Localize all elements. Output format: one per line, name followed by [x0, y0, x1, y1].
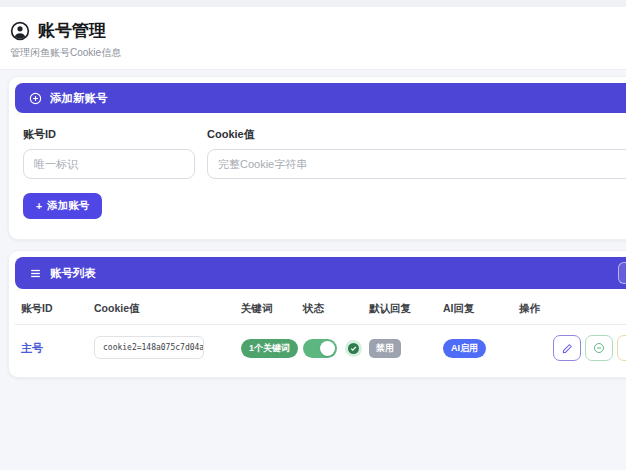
window-top-strip: [0, 0, 626, 7]
account-list-card: 账号列表 账号ID Cookie值 关键词 状态 默认回复 AI回复 操作: [8, 250, 626, 378]
column-header-status: 状态: [299, 293, 365, 325]
table-row: 主号 cookie2=148a075c7d04a5... 1个关键词: [15, 325, 626, 372]
user-circle-icon: [10, 21, 30, 41]
column-header-actions: 操作: [515, 293, 626, 325]
table-header-row: 账号ID Cookie值 关键词 状态 默认回复 AI回复 操作: [15, 293, 626, 325]
page-header: 账号管理 管理闲鱼账号Cookie信息: [0, 7, 626, 70]
status-check-icon: [345, 340, 362, 357]
action-button-3[interactable]: [617, 335, 626, 361]
column-header-account-id: 账号ID: [15, 293, 90, 325]
edit-button[interactable]: [553, 335, 581, 361]
add-account-button-label: 添加账号: [47, 199, 89, 213]
account-id-text: 主号: [21, 342, 43, 354]
add-account-card: 添加新账号 账号ID Cookie值 + 添加账号: [8, 76, 626, 240]
add-card-title: 添加新账号: [50, 91, 108, 106]
account-list-card-header: 账号列表: [15, 257, 626, 289]
plus-circle-icon: [29, 92, 42, 105]
keywords-badge: 1个关键词: [241, 339, 298, 358]
add-account-button[interactable]: + 添加账号: [23, 193, 102, 219]
accounts-table: 账号ID Cookie值 关键词 状态 默认回复 AI回复 操作 主号 cook…: [15, 293, 626, 371]
card-header-action-button[interactable]: [618, 262, 626, 284]
column-header-default-reply: 默认回复: [365, 293, 439, 325]
status-toggle[interactable]: [303, 339, 337, 358]
minus-circle-icon: [593, 342, 605, 354]
toggle-knob: [320, 341, 335, 356]
account-id-label: 账号ID: [23, 127, 195, 142]
cookie-value-label: Cookie值: [207, 127, 626, 142]
pause-account-button[interactable]: [585, 335, 613, 361]
list-card-title: 账号列表: [50, 266, 96, 281]
list-icon: [29, 267, 42, 280]
page-subtitle: 管理闲鱼账号Cookie信息: [10, 46, 616, 60]
column-header-ai-reply: AI回复: [439, 293, 515, 325]
cookie-value-input[interactable]: [207, 149, 626, 179]
pencil-icon: [562, 343, 573, 354]
ai-reply-badge: AI启用: [443, 339, 486, 358]
column-header-keywords: 关键词: [237, 293, 299, 325]
column-header-cookie: Cookie值: [90, 293, 237, 325]
account-id-input[interactable]: [23, 149, 195, 179]
page-content: 添加新账号 账号ID Cookie值 + 添加账号: [0, 70, 626, 470]
add-account-card-header: 添加新账号: [15, 83, 626, 113]
page-title: 账号管理: [38, 19, 106, 42]
cookie-value-box: cookie2=148a075c7d04a5...: [94, 336, 204, 359]
default-reply-badge: 禁用: [369, 339, 401, 358]
plus-icon: +: [36, 200, 42, 212]
